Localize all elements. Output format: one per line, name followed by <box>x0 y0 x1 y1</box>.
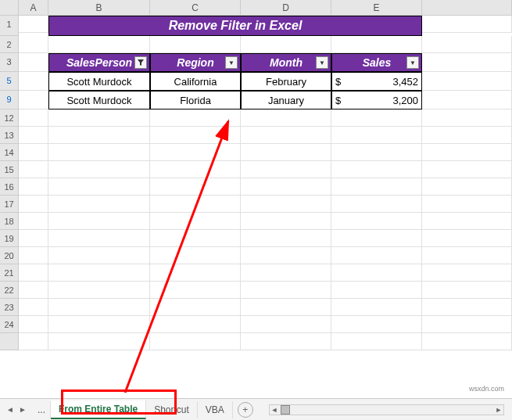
row-19[interactable]: 19 <box>0 230 19 247</box>
filter-dropdown-icon[interactable]: ▼ <box>316 56 328 69</box>
row-16[interactable]: 16 <box>0 178 19 196</box>
filter-dropdown-icon[interactable]: ▼ <box>225 56 238 69</box>
row-17[interactable]: 17 <box>0 196 19 213</box>
title-banner: Remove Filter in Excel <box>48 16 422 36</box>
header-label: Sales <box>363 56 392 69</box>
row-20[interactable]: 20 <box>0 247 19 264</box>
cell-salesperson[interactable]: Scott Murdock <box>48 72 150 91</box>
header-month: Month ▼ <box>241 53 331 72</box>
filter-dropdown-icon[interactable]: ▼ <box>406 56 419 69</box>
cell-sales[interactable]: $ 3,452 <box>331 72 422 91</box>
cell-area[interactable]: Remove Filter in Excel SalesPerson Regio… <box>19 16 512 397</box>
header-label: Month <box>270 56 303 69</box>
tab-nav-prev-icon[interactable]: ◄ <box>5 404 16 415</box>
row-5[interactable]: 5 <box>0 72 19 91</box>
col-D[interactable]: D <box>241 0 331 15</box>
tab-from-entire-table[interactable]: From Entire Table <box>51 400 146 419</box>
col-blank[interactable] <box>422 0 512 15</box>
tab-overflow[interactable]: ... <box>33 401 51 418</box>
row-3[interactable]: 3 <box>0 53 19 72</box>
row-13[interactable]: 13 <box>0 127 19 144</box>
table-row: Scott Murdock Florida January $ 3,200 <box>19 91 512 109</box>
row-15[interactable]: 15 <box>0 161 19 178</box>
row-22[interactable]: 22 <box>0 282 19 299</box>
cell-salesperson[interactable]: Scott Murdock <box>48 91 150 109</box>
col-A[interactable]: A <box>19 0 48 15</box>
currency-symbol: $ <box>335 76 341 88</box>
cell-region[interactable]: Florida <box>150 91 241 109</box>
header-label: Region <box>177 56 213 69</box>
cell-region[interactable]: California <box>150 72 241 91</box>
cell-month[interactable]: February <box>241 72 331 91</box>
col-B[interactable]: B <box>48 0 150 15</box>
row-2[interactable]: 2 <box>0 36 19 53</box>
header-region: Region ▼ <box>150 53 241 72</box>
row-23[interactable]: 23 <box>0 299 19 316</box>
column-headers: A B C D E <box>0 0 512 16</box>
spreadsheet-grid: A B C D E 1 2 3 5 9 12 13 14 15 16 17 18… <box>0 0 512 420</box>
horizontal-scrollbar[interactable]: ◄ ► <box>269 404 504 415</box>
currency-value: 3,452 <box>392 76 418 88</box>
tab-shortcut[interactable]: Shortcut <box>146 401 198 418</box>
cell-month[interactable]: January <box>241 91 331 109</box>
row-headers: 1 2 3 5 9 12 13 14 15 16 17 18 19 20 21 … <box>0 16 19 397</box>
select-all-corner[interactable] <box>0 0 19 15</box>
row-blank[interactable] <box>0 333 19 350</box>
row-21[interactable]: 21 <box>0 264 19 282</box>
watermark: wsxdn.com <box>469 385 504 393</box>
tab-nav-next-icon[interactable]: ► <box>17 404 28 415</box>
scroll-right-icon[interactable]: ► <box>494 406 503 414</box>
header-salesperson: SalesPerson <box>48 53 150 72</box>
col-C[interactable]: C <box>150 0 241 15</box>
scroll-thumb[interactable] <box>281 405 290 415</box>
header-sales: Sales ▼ <box>331 53 422 72</box>
currency-value: 3,200 <box>392 95 418 106</box>
new-sheet-icon[interactable]: + <box>238 402 253 418</box>
filter-active-icon[interactable] <box>134 56 147 69</box>
row-24[interactable]: 24 <box>0 316 19 333</box>
row-14[interactable]: 14 <box>0 144 19 161</box>
col-E[interactable]: E <box>331 0 422 15</box>
cell-sales[interactable]: $ 3,200 <box>331 91 422 109</box>
sheet-tab-strip: ◄ ► ... From Entire Table Shortcut VBA +… <box>0 398 512 420</box>
header-label: SalesPerson <box>66 56 132 69</box>
scroll-left-icon[interactable]: ◄ <box>270 406 279 414</box>
tab-vba[interactable]: VBA <box>198 401 233 418</box>
row-9[interactable]: 9 <box>0 91 19 109</box>
table-row: Scott Murdock California February $ 3,45… <box>19 72 512 91</box>
row-1[interactable]: 1 <box>0 16 19 36</box>
currency-symbol: $ <box>335 95 341 106</box>
row-18[interactable]: 18 <box>0 213 19 230</box>
row-12[interactable]: 12 <box>0 109 19 127</box>
